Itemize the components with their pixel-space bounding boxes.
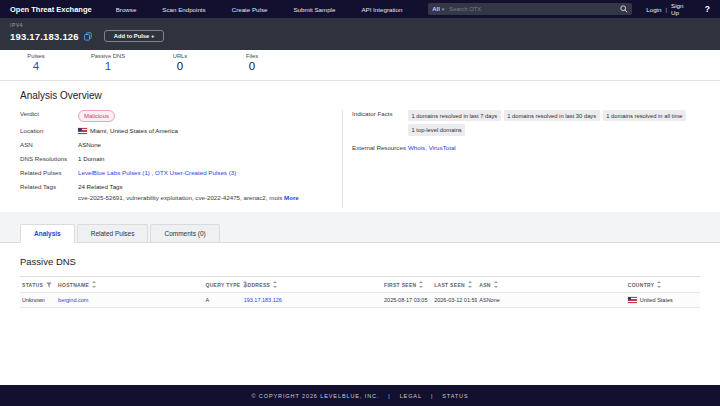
- column-header-query-type[interactable]: QUERY TYPE: [204, 277, 242, 293]
- external-resources-row: External Resources Whois, VirusTotal: [352, 144, 710, 153]
- related-pulses-row: Related Pulses LevelBlue Labs Pulses (1)…: [20, 169, 342, 178]
- sort-icon: [657, 281, 662, 288]
- stat-files-label: Files: [216, 53, 288, 59]
- analysis-overview-section: Analysis Overview Verdict Malicious Loca…: [0, 81, 720, 212]
- search-input[interactable]: [449, 6, 620, 12]
- login-link[interactable]: Login: [646, 6, 661, 13]
- asn-label: ASN: [20, 141, 78, 150]
- signup-link[interactable]: Sign Up: [671, 2, 693, 16]
- related-tags-count: 24 Related Tags: [78, 183, 123, 190]
- copy-icon[interactable]: [84, 32, 92, 41]
- help-icon[interactable]: ?: [705, 4, 710, 14]
- virustotal-link[interactable]: VirusTotal: [429, 144, 456, 151]
- brand-logo[interactable]: Open Threat Exchange: [10, 5, 92, 14]
- fact-badge: 1 domains resolved in all time: [603, 110, 686, 121]
- footer-divider: |: [431, 393, 433, 399]
- fact-badge: 1 domains resolved in last 7 days: [408, 110, 501, 121]
- stat-pulses-value: 4: [0, 60, 72, 72]
- nav-item-scan-endpoints[interactable]: Scan Endpoints: [162, 6, 205, 13]
- tab-bar: Analysis Related Pulses Comments (0): [0, 212, 720, 243]
- sort-icon: [243, 281, 248, 288]
- location-label: Location: [20, 127, 78, 136]
- sort-icon: [468, 281, 473, 288]
- verdict-label: Verdict: [20, 110, 78, 119]
- related-tags-list: cve-2025-52691, vulnerability exploitati…: [78, 194, 299, 203]
- dns-resolutions-row: DNS Resolutions 1 Domain: [20, 155, 342, 164]
- sort-icon: [494, 281, 499, 288]
- overview-right-column: Indicator Facts 1 domains resolved in la…: [342, 110, 720, 208]
- verdict-badge: Malicious: [78, 110, 115, 122]
- tab-comments[interactable]: Comments (0): [150, 224, 219, 242]
- tab-analysis[interactable]: Analysis: [20, 224, 75, 243]
- column-header-status[interactable]: STATUS: [20, 277, 56, 293]
- us-flag-icon: [78, 128, 87, 134]
- column-header-last-seen[interactable]: LAST SEEN: [432, 277, 477, 293]
- table-row: Unknown bergind.com A 193.17.183.126 202…: [20, 293, 700, 308]
- sort-icon: [273, 281, 278, 288]
- fact-badge: 1 top-level domains: [408, 124, 465, 135]
- passive-dns-table: STATUS HOSTNAME QUERY TYPE ADDRESS FIRST…: [20, 276, 700, 308]
- dns-resolutions-value: 1 Domain: [78, 155, 104, 164]
- nav-item-create-pulse[interactable]: Create Pulse: [232, 6, 268, 13]
- tab-related-pulses[interactable]: Related Pulses: [77, 224, 149, 242]
- stat-urls-value: 0: [144, 60, 216, 72]
- sort-icon: [92, 281, 97, 288]
- nav-item-submit-sample[interactable]: Submit Sample: [293, 6, 335, 13]
- whois-link[interactable]: Whois: [408, 144, 425, 151]
- stat-passive-dns[interactable]: Passive DNS 1: [72, 53, 144, 80]
- chevron-down-icon: ▾: [442, 6, 445, 12]
- stat-files[interactable]: Files 0: [216, 53, 288, 80]
- stat-files-value: 0: [216, 60, 288, 72]
- top-navigation: Open Threat Exchange Browse Scan Endpoin…: [0, 0, 720, 18]
- legal-link[interactable]: LEGAL: [400, 393, 422, 399]
- cell-last-seen: 2026-03-12 01:59: [432, 293, 477, 308]
- external-resources-label: External Resources: [352, 144, 408, 153]
- verdict-row: Verdict Malicious: [20, 110, 342, 122]
- column-header-hostname[interactable]: HOSTNAME: [56, 277, 203, 293]
- related-tags-label: Related Tags: [20, 183, 78, 192]
- related-tags-row: Related Tags 24 Related Tags cve-2025-52…: [20, 183, 342, 203]
- copyright-text: © COPYRIGHT 2026 LEVELBLUE, INC.: [251, 393, 379, 399]
- indicator-facts-row: Indicator Facts 1 domains resolved in la…: [352, 110, 710, 139]
- fact-badge: 1 domains resolved in last 30 days: [504, 110, 600, 121]
- filter-icon: [46, 282, 52, 288]
- column-header-first-seen[interactable]: FIRST SEEN: [382, 277, 432, 293]
- passive-dns-title: Passive DNS: [20, 256, 700, 267]
- analysis-overview-title: Analysis Overview: [20, 90, 720, 101]
- stats-row: Pulses 4 Passive DNS 1 URLs 0 Files 0: [0, 50, 720, 81]
- location-value: Miami, United States of America: [78, 127, 178, 136]
- search-box[interactable]: All ▾: [428, 3, 632, 15]
- cell-first-seen: 2025-08-17 03:05: [382, 293, 432, 308]
- hostname-link[interactable]: bergind.com: [58, 297, 88, 303]
- auth-links: Login | Sign Up: [646, 2, 693, 16]
- stat-pulses-label: Pulses: [0, 53, 72, 59]
- status-link[interactable]: STATUS: [442, 393, 468, 399]
- us-flag-icon: [628, 297, 637, 303]
- levelblue-labs-pulses-link[interactable]: LevelBlue Labs Pulses (1): [78, 169, 150, 176]
- indicator-facts-label: Indicator Facts: [352, 110, 408, 119]
- indicator-type-label: IPV4: [10, 22, 710, 28]
- related-tags-more-link[interactable]: More: [284, 194, 299, 201]
- add-to-pulse-button[interactable]: Add to Pulse +: [104, 30, 164, 42]
- cell-status: Unknown: [20, 293, 56, 308]
- column-header-address[interactable]: ADDRESS: [242, 277, 382, 293]
- asn-value: ASNone: [78, 141, 101, 150]
- dns-resolutions-label: DNS Resolutions: [20, 155, 78, 164]
- search-filter-dropdown[interactable]: All: [432, 6, 439, 12]
- nav-item-browse[interactable]: Browse: [116, 6, 137, 13]
- stat-urls-label: URLs: [144, 53, 216, 59]
- sort-icon: [419, 281, 424, 288]
- related-pulses-label: Related Pulses: [20, 169, 78, 178]
- nav-item-api-integration[interactable]: API Integration: [361, 6, 402, 13]
- stat-pulses[interactable]: Pulses 4: [0, 53, 72, 80]
- column-header-asn[interactable]: ASN: [477, 277, 625, 293]
- passive-dns-section: Passive DNS STATUS HOSTNAME QUERY TYPE A…: [0, 243, 720, 385]
- overview-left-column: Verdict Malicious Location Miami, United…: [0, 110, 342, 208]
- search-icon[interactable]: [620, 5, 628, 13]
- otx-user-created-pulses-link[interactable]: OTX User-Created Pulses (3): [155, 169, 236, 176]
- page-footer: © COPYRIGHT 2026 LEVELBLUE, INC. | LEGAL…: [0, 385, 720, 406]
- cell-country: United States: [626, 293, 700, 308]
- column-header-country[interactable]: COUNTRY: [626, 277, 700, 293]
- stat-urls[interactable]: URLs 0: [144, 53, 216, 80]
- address-link[interactable]: 193.17.183.126: [244, 297, 282, 303]
